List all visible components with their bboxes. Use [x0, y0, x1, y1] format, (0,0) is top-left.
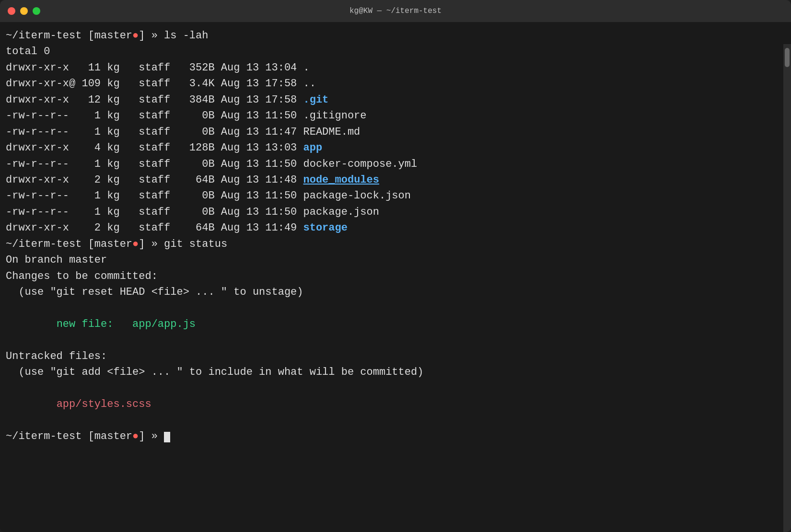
- blank-3: [6, 381, 783, 396]
- output-total: total 0: [6, 44, 783, 59]
- blank-4: [6, 413, 783, 428]
- ls-row-app: drwxr-xr-x 4 kg staff 128B Aug 13 13:03 …: [6, 140, 783, 156]
- minimize-button[interactable]: [20, 7, 28, 15]
- git-add-hint: (use "git add <file> ... " to include in…: [6, 364, 783, 380]
- window-title: kg@KW — ~/iterm-test: [349, 7, 442, 15]
- git-new-file-line: new file: app/app.js: [6, 316, 783, 332]
- scrollbar-thumb[interactable]: [785, 48, 790, 67]
- ls-row-storage: drwxr-xr-x 2 kg staff 64B Aug 13 11:49 s…: [6, 220, 783, 236]
- terminal-window: kg@KW — ~/iterm-test ~/iterm-test [maste…: [0, 0, 791, 532]
- blank-1: [6, 300, 783, 316]
- traffic-lights: [8, 7, 40, 15]
- git-untracked-header: Untracked files:: [6, 348, 783, 364]
- ls-row-gitignore: -rw-r--r-- 1 kg staff 0B Aug 13 11:50 .g…: [6, 108, 783, 124]
- ls-row-dot: drwxr-xr-x 11 kg staff 352B Aug 13 13:04…: [6, 60, 783, 76]
- ls-row-readme: -rw-r--r-- 1 kg staff 0B Aug 13 11:47 RE…: [6, 124, 783, 140]
- git-changes-header: Changes to be committed:: [6, 268, 783, 284]
- scrollbar-track[interactable]: [783, 44, 791, 532]
- ls-row-dotdot: drwxr-xr-x@ 109 kg staff 3.4K Aug 13 17:…: [6, 76, 783, 92]
- ls-row-package-lock: -rw-r--r-- 1 kg staff 0B Aug 13 11:50 pa…: [6, 188, 783, 204]
- git-untracked-file: app/styles.scss: [6, 396, 783, 412]
- prompt-line-3: ~/iterm-test [master●] »: [6, 428, 783, 444]
- terminal-body[interactable]: ~/iterm-test [master●] » ls -lah total 0…: [0, 22, 791, 450]
- git-unstage-hint: (use "git reset HEAD <file> ... " to uns…: [6, 284, 783, 300]
- prompt-line-1: ~/iterm-test [master●] » ls -lah: [6, 28, 783, 44]
- close-button[interactable]: [8, 7, 15, 15]
- ls-row-package: -rw-r--r-- 1 kg staff 0B Aug 13 11:50 pa…: [6, 204, 783, 220]
- titlebar: kg@KW — ~/iterm-test: [0, 0, 791, 22]
- blank-2: [6, 332, 783, 348]
- ls-row-git: drwxr-xr-x 12 kg staff 384B Aug 13 17:58…: [6, 92, 783, 108]
- prompt-line-2: ~/iterm-test [master●] » git status: [6, 236, 783, 252]
- git-branch-line: On branch master: [6, 252, 783, 268]
- maximize-button[interactable]: [33, 7, 40, 15]
- ls-row-docker: -rw-r--r-- 1 kg staff 0B Aug 13 11:50 do…: [6, 156, 783, 172]
- cursor: [164, 432, 170, 442]
- ls-row-node-modules: drwxr-xr-x 2 kg staff 64B Aug 13 11:48 n…: [6, 172, 783, 188]
